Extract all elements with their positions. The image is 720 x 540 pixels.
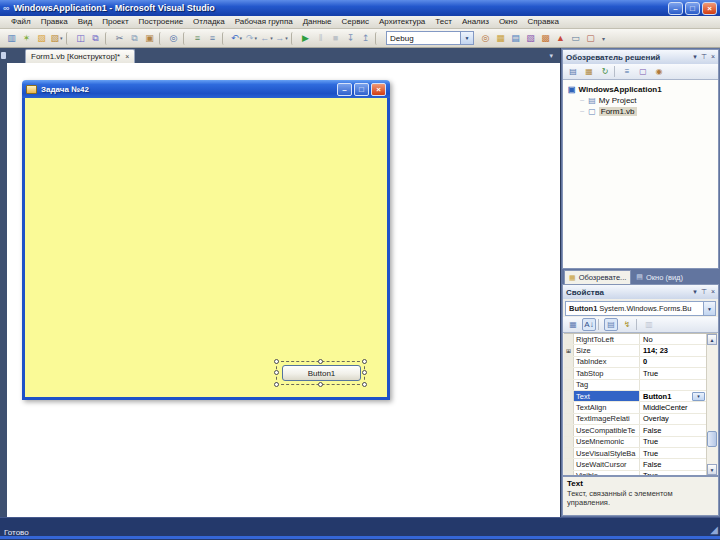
scroll-down-icon[interactable]: ▼ [707, 464, 717, 475]
panel-menu-icon[interactable]: ▾ [693, 288, 697, 296]
expander-icon[interactable]: ⊞ [566, 347, 571, 354]
save-icon[interactable]: ◫ ▾ [73, 30, 88, 46]
add-new-item-icon[interactable]: ▧ ▾ [49, 30, 64, 46]
menu-item[interactable]: Вид [73, 16, 97, 28]
step-over-icon[interactable]: ↥ ▾ [358, 30, 373, 46]
property-row[interactable]: ⊞ Tag ▾ [564, 380, 706, 391]
resize-handle[interactable] [318, 382, 323, 387]
maximize-button[interactable]: □ [685, 2, 700, 15]
save-all-icon[interactable]: ⧉ ▾ [88, 30, 103, 46]
toolbox-icon[interactable]: ▩ ▾ [538, 30, 553, 46]
menu-item[interactable]: Данные [298, 16, 337, 28]
error-list-icon[interactable]: ▲ ▾ [553, 30, 568, 46]
toolbar-icon[interactable]: ▾ [375, 32, 380, 45]
pin-icon[interactable]: ⊤ [701, 53, 707, 61]
start-debug-icon[interactable]: ▶ ▾ [298, 30, 313, 46]
se-toolbar-icon[interactable] [614, 66, 618, 77]
property-pages-icon[interactable]: ▥ [642, 318, 656, 331]
resize-handle[interactable] [362, 359, 367, 364]
resize-handle[interactable] [274, 382, 279, 387]
tree-item[interactable]: ▣ WindowsApplication1 [563, 84, 718, 95]
undo-icon[interactable]: ↶ ▾ [229, 30, 244, 46]
resize-handle[interactable] [274, 359, 279, 364]
indent-icon[interactable]: ≡ ▾ [190, 30, 205, 46]
solution-explorer-icon[interactable]: ▦ ▾ [493, 30, 508, 46]
events-icon[interactable]: ↯ [620, 318, 634, 331]
command-window-icon[interactable]: ▭ ▾ [568, 30, 583, 46]
object-combo-dropdown-icon[interactable]: ▼ [703, 302, 715, 315]
object-selector-combo[interactable]: Button1 System.Windows.Forms.Bu ▼ [565, 301, 716, 316]
open-file-icon[interactable]: ▨ ▾ [34, 30, 49, 46]
menu-item[interactable]: Тест [430, 16, 457, 28]
document-tab[interactable]: Form1.vb [Конструктор]* × [25, 49, 135, 63]
tab-close-icon[interactable]: × [125, 53, 129, 61]
toolbox-autohide-strip[interactable] [0, 48, 7, 517]
tree-item[interactable]: ▤ My Project [563, 95, 718, 106]
step-into-icon[interactable]: ↧ ▾ [343, 30, 358, 46]
toolbar-icon[interactable]: ▾ [291, 32, 296, 45]
refresh-icon[interactable]: ↻ [598, 65, 612, 78]
copy-icon[interactable]: ⧉ ▾ [127, 30, 142, 46]
property-row[interactable]: ⊞ TextAlign MiddleCenter ▾ [564, 402, 706, 413]
menu-item[interactable]: Архитектура [374, 16, 430, 28]
outdent-icon[interactable]: ≡ ▾ [205, 30, 220, 46]
property-row[interactable]: ⊞ UseMnemonic True ▾ [564, 437, 706, 448]
toolbox-tab-icon[interactable] [1, 52, 6, 59]
stop-icon[interactable]: ■ ▾ [328, 30, 343, 46]
properties-window-icon[interactable]: ▤ ▾ [508, 30, 523, 46]
combo-dropdown-icon[interactable]: ▼ [460, 32, 473, 44]
toolbar-icon[interactable]: ▾ [222, 32, 227, 45]
navigate-forward-icon[interactable]: → ▾ [274, 30, 289, 46]
property-row[interactable]: ⊞ Size 114; 23 ▾ [564, 345, 706, 356]
property-grid-scrollbar[interactable]: ▲ ▼ [706, 334, 717, 475]
paste-icon[interactable]: ▣ ▾ [142, 30, 157, 46]
designer-canvas[interactable]: Задача №42 – □ × [7, 63, 560, 517]
menu-item[interactable]: Справка [522, 16, 563, 28]
menu-item[interactable]: Рабочая группа [230, 16, 298, 28]
menu-item[interactable]: Анализ [457, 16, 494, 28]
property-row[interactable]: ⊞ UseCompatibleTe False ▾ [564, 425, 706, 436]
resize-handle[interactable] [318, 359, 323, 364]
redo-icon[interactable]: ↷ ▾ [244, 30, 259, 46]
menu-item[interactable]: Проект [97, 16, 133, 28]
property-row[interactable]: ⊞ TabStop True ▾ [564, 368, 706, 379]
control-selection[interactable]: Button1 [276, 361, 365, 385]
menu-item[interactable]: Окно [494, 16, 523, 28]
value-dropdown-button[interactable]: ▾ [692, 392, 705, 401]
properties-toolbar-icon[interactable] [636, 319, 640, 330]
cut-icon[interactable]: ✂ ▾ [112, 30, 127, 46]
menu-item[interactable]: Файл [6, 16, 36, 28]
view-designer-icon[interactable]: ▢ [636, 65, 650, 78]
tree-item[interactable]: ▢ Form1.vb [563, 106, 718, 117]
menu-item[interactable]: Отладка [188, 16, 230, 28]
panel-close-icon[interactable]: × [711, 53, 715, 61]
add-item-icon[interactable]: ▥ ▾ [4, 30, 19, 46]
object-browser-icon[interactable]: ▧ ▾ [523, 30, 538, 46]
view-code-icon[interactable]: ≡ [620, 65, 634, 78]
menu-item[interactable]: Правка [36, 16, 73, 28]
resize-handle[interactable] [362, 382, 367, 387]
property-row[interactable]: ⊞ UseVisualStyleBa True ▾ [564, 448, 706, 459]
properties-toolbar-icon[interactable] [598, 319, 602, 330]
class-diagram-icon[interactable]: ◉ [652, 65, 666, 78]
menu-item[interactable]: Сервис [337, 16, 374, 28]
property-row[interactable]: ⊞ RightToLeft No ▾ [564, 334, 706, 345]
toolbar-icon[interactable]: ▾ [66, 32, 71, 45]
dock-tab[interactable]: ▦ Обозревате... [564, 270, 631, 284]
navigate-back-icon[interactable]: ← ▾ [259, 30, 274, 46]
categorized-icon[interactable]: ▦ [566, 318, 580, 331]
new-web-site-icon[interactable]: ✶ ▾ [19, 30, 34, 46]
scroll-up-icon[interactable]: ▲ [707, 334, 717, 345]
button1-control[interactable]: Button1 [282, 365, 361, 381]
resize-handle[interactable] [274, 370, 279, 375]
tab-list-chevron-icon[interactable]: ▾ [549, 52, 553, 60]
close-button[interactable]: × [702, 2, 717, 15]
form-client-area[interactable]: Button1 [22, 98, 390, 400]
toolbar-icon[interactable]: ▾ [159, 32, 164, 45]
scrollbar-thumb[interactable] [707, 431, 717, 447]
solution-configuration-combo[interactable]: Debug ▼ [386, 31, 474, 45]
resize-grip-icon[interactable]: ◢ [710, 525, 718, 535]
property-row[interactable]: ⊞ TabIndex 0 ▾ [564, 357, 706, 368]
minimize-button[interactable]: – [668, 2, 683, 15]
property-row[interactable]: ⊞ Text Button1 ▾ [564, 391, 706, 402]
